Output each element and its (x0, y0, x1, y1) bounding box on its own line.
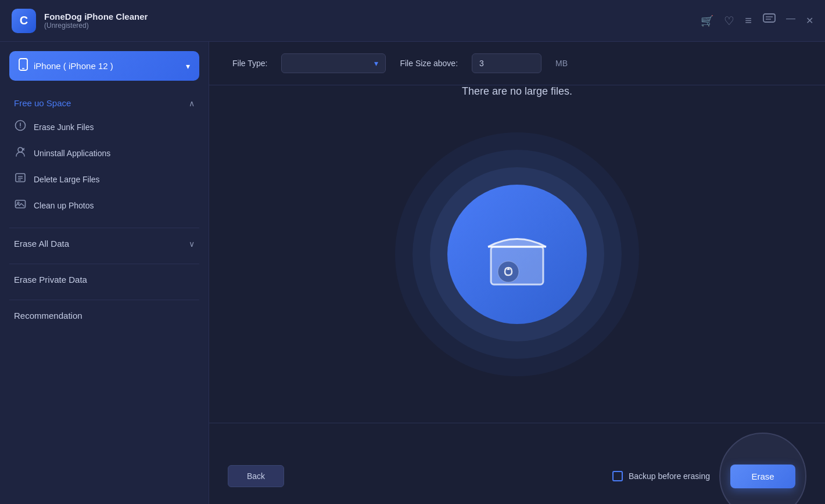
recommendation-title: Recommendation (14, 311, 82, 321)
erase-button[interactable]: Erase (730, 465, 795, 488)
delete-large-label: Delete Large Files (34, 175, 100, 184)
sidebar-section-erase-private: Erase Private Data (0, 269, 209, 290)
empty-message: There are no large files. (462, 85, 572, 98)
main-layout: iPhone ( iPhone 12 ) ▾ Free uo Space ∧ E… (0, 42, 825, 504)
app-name: FoneDog iPhone Cleaner (44, 12, 148, 21)
uninstall-label: Uninstall Applications (34, 149, 110, 158)
erase-private-header[interactable]: Erase Private Data (0, 269, 209, 290)
erase-all-header[interactable]: Erase All Data ∨ (0, 233, 209, 254)
sidebar-section-free-space: Free uo Space ∧ Erase Junk Files (0, 92, 209, 218)
sidebar-item-delete-large[interactable]: Delete Large Files (0, 166, 209, 192)
free-space-title: Free uo Space (14, 98, 71, 108)
free-space-header[interactable]: Free uo Space ∧ (0, 92, 209, 114)
recommendation-header[interactable]: Recommendation (0, 305, 209, 326)
file-type-dropdown[interactable]: ▾ (281, 53, 386, 73)
device-name: iPhone ( iPhone 12 ) (34, 61, 180, 71)
back-button[interactable]: Back (228, 465, 284, 487)
file-size-input[interactable] (472, 53, 541, 73)
app-logo: C (12, 9, 36, 33)
sidebar-item-cleanup-photos[interactable]: Clean up Photos (0, 192, 209, 218)
sidebar-item-erase-junk[interactable]: Erase Junk Files (0, 114, 209, 140)
bottom-right: Backup before erasing Erase (612, 433, 806, 504)
device-selector[interactable]: iPhone ( iPhone 12 ) ▾ (9, 51, 199, 81)
divider-1 (9, 228, 199, 228)
chat-icon[interactable] (763, 13, 776, 28)
sidebar-item-uninstall[interactable]: Uninstall Applications (0, 140, 209, 166)
sidebar-section-erase-all: Erase All Data ∨ (0, 233, 209, 254)
title-bar: C FoneDog iPhone Cleaner (Unregistered) … (0, 0, 825, 42)
sidebar: iPhone ( iPhone 12 ) ▾ Free uo Space ∧ E… (0, 42, 209, 504)
backup-checkbox[interactable] (612, 471, 623, 481)
device-chevron-icon: ▾ (186, 62, 190, 71)
circle-illustration (395, 132, 639, 376)
erase-all-title: Erase All Data (14, 239, 69, 249)
photos-icon (14, 198, 27, 213)
file-size-label: File Size above: (400, 59, 458, 68)
app-subtitle: (Unregistered) (44, 21, 148, 30)
divider-3 (9, 300, 199, 300)
svg-point-6 (20, 127, 21, 128)
app-title-block: FoneDog iPhone Cleaner (Unregistered) (44, 12, 148, 30)
profile-icon[interactable]: ♡ (724, 14, 734, 28)
uninstall-icon (14, 146, 27, 160)
backup-area: Backup before erasing (612, 471, 710, 481)
app-branding: C FoneDog iPhone Cleaner (Unregistered) (12, 9, 148, 33)
menu-icon[interactable]: ≡ (745, 14, 752, 27)
dropdown-arrow-icon: ▾ (374, 59, 378, 68)
erase-junk-label: Erase Junk Files (34, 123, 94, 132)
junk-icon (14, 120, 27, 134)
erase-all-chevron-icon: ∨ (189, 239, 195, 249)
cleanup-photos-label: Clean up Photos (34, 201, 94, 210)
bottom-bar: Back Backup before erasing Erase (209, 423, 825, 504)
cart-icon[interactable]: 🛒 (701, 15, 713, 27)
free-space-chevron-icon: ∧ (189, 99, 195, 108)
title-controls: 🛒 ♡ ≡ — ✕ (701, 13, 813, 28)
svg-point-7 (18, 147, 23, 152)
file-type-label: File Type: (232, 59, 267, 68)
erase-private-title: Erase Private Data (14, 275, 87, 285)
svg-rect-0 (763, 14, 775, 22)
mb-label: MB (555, 59, 568, 68)
close-icon[interactable]: ✕ (806, 15, 813, 26)
svg-rect-10 (16, 174, 25, 182)
filter-bar: File Type: ▾ File Size above: MB (209, 42, 825, 85)
box-icon (479, 217, 555, 292)
sidebar-section-recommendation: Recommendation (0, 305, 209, 326)
svg-point-18 (498, 261, 519, 282)
empty-state: There are no large files. (209, 85, 825, 423)
backup-label: Backup before erasing (629, 471, 710, 481)
content-area: File Type: ▾ File Size above: MB There a… (209, 42, 825, 504)
phone-icon (19, 58, 28, 74)
erase-circle-container: Erase (719, 433, 806, 504)
divider-2 (9, 264, 199, 264)
minimize-icon[interactable]: — (786, 13, 795, 28)
large-files-icon (14, 172, 27, 186)
